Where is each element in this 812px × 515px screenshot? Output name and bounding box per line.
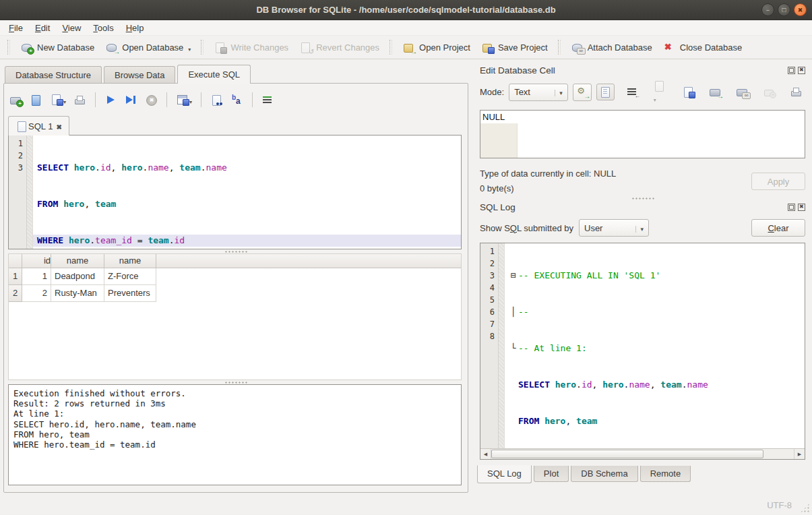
format-sql-button[interactable]: [261, 94, 274, 106]
text-mode-button[interactable]: [596, 84, 615, 100]
menu-tools[interactable]: Tools: [87, 20, 119, 36]
tab-remote[interactable]: Remote: [640, 466, 691, 482]
find-replace-button[interactable]: [210, 94, 223, 106]
print-cell-button[interactable]: [787, 84, 805, 100]
execution-status-log[interactable]: Execution finished without errors. Resul…: [8, 384, 462, 485]
sql-log-view[interactable]: 1 2 3 4 5 6 7 8 ⊟-- EXECUTING ALL IN 'SQ…: [480, 243, 805, 460]
save-sql-file-button[interactable]: [50, 94, 66, 106]
toolbar-separator: [201, 92, 201, 107]
menu-view[interactable]: View: [56, 20, 87, 36]
close-tab-icon[interactable]: [56, 121, 61, 131]
revert-changes-button[interactable]: Revert Changes: [294, 39, 385, 56]
write-changes-button[interactable]: Write Changes: [208, 39, 294, 56]
dock-float-icon[interactable]: [788, 67, 795, 74]
menu-help[interactable]: Help: [120, 20, 150, 36]
editor-line[interactable]: FROM hero, team: [33, 198, 461, 210]
close-database-button[interactable]: Close Database: [658, 39, 748, 56]
close-window-icon[interactable]: [794, 3, 807, 16]
table-row[interactable]: 1 1 Deadpond Z-Force: [9, 268, 461, 285]
splitter-handle[interactable]: [473, 196, 812, 200]
sql-editor[interactable]: 1 2 3 SELECT hero.id, hero.name, team.na…: [8, 135, 462, 249]
titlebar[interactable]: DB Browser for SQLite - /home/user/code/…: [0, 0, 812, 20]
tab-sql-log[interactable]: SQL Log: [477, 465, 532, 483]
table-row[interactable]: 2 2 Rusty-Man Preventers: [9, 285, 461, 302]
editor-code-area[interactable]: SELECT hero.id, hero.name, team.name FRO…: [33, 135, 461, 249]
menu-edit[interactable]: Edit: [29, 20, 56, 36]
cell-team-name[interactable]: Preventers: [104, 285, 156, 302]
main-area: Database Structure Browse Data Execute S…: [0, 59, 812, 496]
log-line: │--: [505, 306, 805, 318]
toolbar-separator: [201, 40, 204, 55]
attach-database-button[interactable]: Attach Database: [565, 39, 658, 56]
execute-sql-pane: SQL 1 1 2 3 SELECT hero.id, hero.name, t…: [3, 83, 468, 493]
scroll-left-icon[interactable]: [480, 449, 491, 459]
import-data-button[interactable]: [650, 78, 670, 107]
toolbar-handle[interactable]: [7, 40, 10, 55]
toolbar-separator: [252, 92, 253, 107]
save-results-button[interactable]: [176, 94, 192, 106]
menu-file[interactable]: File: [3, 20, 29, 36]
clear-button[interactable]: Clear: [751, 219, 805, 237]
cell-editor-toolbar: [596, 78, 805, 107]
word-wrap-button[interactable]: [623, 84, 642, 100]
column-header-name[interactable]: name: [51, 254, 104, 268]
row-number[interactable]: 2: [9, 285, 22, 302]
execute-current-line-button[interactable]: [125, 94, 137, 106]
autocomplete-button[interactable]: [230, 94, 243, 106]
log-code-area[interactable]: ⊟-- EXECUTING ALL IN 'SQL 1' │-- └-- At …: [505, 243, 805, 448]
tab-browse-data[interactable]: Browse Data: [104, 66, 175, 83]
text-mode-icon: [599, 86, 612, 98]
open-database-button[interactable]: Open Database: [100, 38, 196, 56]
tab-execute-sql[interactable]: Execute SQL: [177, 65, 251, 84]
execute-all-button[interactable]: [104, 94, 117, 106]
editor-line[interactable]: SELECT hero.id, hero.name, team.name: [33, 162, 461, 174]
column-header-name[interactable]: name: [104, 254, 156, 268]
scrollbar-track[interactable]: [491, 449, 794, 459]
row-number[interactable]: 1: [9, 268, 22, 285]
tab-database-structure[interactable]: Database Structure: [5, 66, 102, 83]
dock-close-icon[interactable]: [798, 67, 805, 74]
minimize-icon[interactable]: [761, 3, 774, 16]
tab-plot[interactable]: Plot: [534, 466, 569, 482]
set-null-button[interactable]: [760, 84, 778, 100]
column-header-id[interactable]: id: [22, 254, 51, 268]
cell-id[interactable]: 1: [22, 268, 51, 285]
scrollbar-thumb[interactable]: [491, 450, 763, 458]
open-sql-file-button[interactable]: [30, 94, 42, 106]
sql-document-tab[interactable]: SQL 1: [8, 116, 69, 135]
corner-header[interactable]: [9, 254, 22, 268]
cell-hero-name[interactable]: Rusty-Man: [51, 285, 104, 302]
scroll-right-icon[interactable]: [794, 449, 805, 459]
horizontal-scrollbar[interactable]: [480, 448, 805, 459]
new-database-button[interactable]: New Database: [15, 39, 100, 56]
mode-select[interactable]: Text: [509, 84, 568, 101]
editor-line-current[interactable]: WHERE hero.team_id = team.id: [33, 235, 461, 247]
log-fold-margin: [499, 243, 505, 448]
submitted-by-select[interactable]: User: [579, 219, 649, 237]
chevron-down-icon[interactable]: [187, 41, 191, 53]
print-sql-button[interactable]: [73, 94, 86, 106]
open-project-button[interactable]: Open Project: [397, 39, 476, 56]
cell-value-editor[interactable]: NULL: [480, 110, 805, 158]
new-sql-tab-icon: [9, 94, 22, 106]
log-line: └-- At line 1:: [505, 342, 805, 355]
sql-log-filter-row: Show SQL submitted by User Clear: [480, 219, 805, 237]
export-button[interactable]: [706, 84, 724, 100]
cell-hero-name[interactable]: Deadpond: [51, 268, 104, 285]
stop-execution-button[interactable]: [145, 94, 158, 106]
cell-id[interactable]: 2: [22, 285, 51, 302]
tab-db-schema[interactable]: DB Schema: [571, 466, 637, 482]
chevron-down-icon: [653, 94, 656, 104]
dock-close-icon[interactable]: [798, 204, 805, 211]
dock-float-icon[interactable]: [788, 204, 795, 211]
apply-button[interactable]: Apply: [751, 173, 805, 190]
save-as-button[interactable]: [679, 84, 697, 100]
maximize-icon[interactable]: [778, 3, 790, 16]
new-sql-tab-button[interactable]: [9, 94, 22, 106]
auto-switch-mode-button[interactable]: [573, 84, 592, 101]
save-project-button[interactable]: Save Project: [476, 39, 553, 56]
cell-team-name[interactable]: Z-Force: [104, 268, 156, 285]
open-in-external-button[interactable]: [733, 84, 751, 100]
resize-grip[interactable]: [800, 503, 810, 513]
mode-value: Text: [514, 87, 530, 97]
